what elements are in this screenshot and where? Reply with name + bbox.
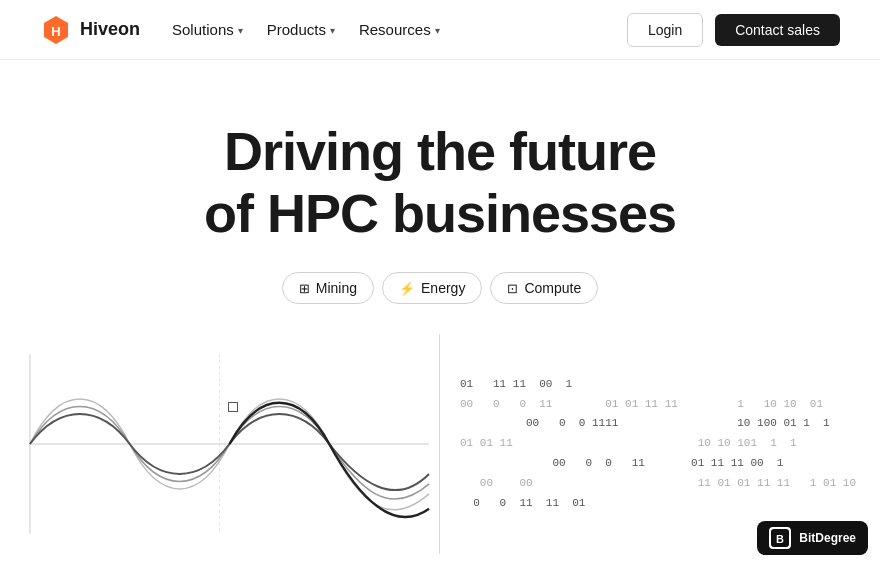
visual-area: 01 11 11 00 1 00 0 0 11 01 01 11 11 1 10… [0, 334, 880, 554]
wave-svg [0, 334, 439, 554]
resources-chevron-icon: ▾ [435, 25, 440, 36]
navbar: H Hiveon Solutions ▾ Products ▾ Resource… [0, 0, 880, 60]
hero-section: Driving the future of HPC businesses ⊞ M… [0, 60, 880, 304]
compute-icon: ⊡ [507, 281, 518, 296]
solutions-label: Solutions [172, 21, 234, 38]
hero-title: Driving the future of HPC businesses [204, 120, 676, 244]
hero-title-line1: Driving the future [224, 121, 656, 181]
login-button[interactable]: Login [627, 13, 703, 47]
hero-title-line2: of HPC businesses [204, 183, 676, 243]
products-chevron-icon: ▾ [330, 25, 335, 36]
svg-text:B: B [776, 533, 784, 545]
contact-sales-button[interactable]: Contact sales [715, 14, 840, 46]
binary-row-2: 00 0 0 11 01 01 11 11 1 10 10 01 [460, 395, 860, 415]
binary-row-4: 01 01 11 10 10 101 1 1 [460, 434, 860, 454]
logo-icon: H [40, 14, 72, 46]
svg-text:H: H [51, 24, 60, 39]
logo[interactable]: H Hiveon [40, 14, 140, 46]
navbar-right: Login Contact sales [627, 13, 840, 47]
nav-links: Solutions ▾ Products ▾ Resources ▾ [172, 21, 440, 38]
solutions-chevron-icon: ▾ [238, 25, 243, 36]
binary-row-3: 00 0 0 1111 10 100 01 1 1 [460, 414, 860, 434]
wave-chart [0, 334, 440, 554]
navbar-left: H Hiveon Solutions ▾ Products ▾ Resource… [40, 14, 440, 46]
binary-row-7: 0 0 11 11 01 [460, 494, 860, 514]
energy-icon: ⚡ [399, 281, 415, 296]
bitdegree-badge[interactable]: B BitDegree [757, 521, 868, 555]
nav-solutions[interactable]: Solutions ▾ [172, 21, 243, 38]
bitdegree-label: BitDegree [799, 531, 856, 545]
nav-resources[interactable]: Resources ▾ [359, 21, 440, 38]
tag-energy[interactable]: ⚡ Energy [382, 272, 482, 304]
binary-row-1: 01 11 11 00 1 [460, 375, 860, 395]
tag-energy-label: Energy [421, 280, 465, 296]
resources-label: Resources [359, 21, 431, 38]
tag-mining[interactable]: ⊞ Mining [282, 272, 374, 304]
wave-marker [228, 402, 238, 412]
mining-icon: ⊞ [299, 281, 310, 296]
bitdegree-icon: B [769, 527, 791, 549]
tag-compute[interactable]: ⊡ Compute [490, 272, 598, 304]
tag-mining-label: Mining [316, 280, 357, 296]
binary-row-6: 00 00 11 01 01 11 11 1 01 10 [460, 474, 860, 494]
products-label: Products [267, 21, 326, 38]
nav-products[interactable]: Products ▾ [267, 21, 335, 38]
tag-compute-label: Compute [524, 280, 581, 296]
binary-row-5: 00 0 0 11 01 11 11 00 1 [460, 454, 860, 474]
hero-tags: ⊞ Mining ⚡ Energy ⊡ Compute [282, 272, 598, 304]
brand-name: Hiveon [80, 19, 140, 40]
